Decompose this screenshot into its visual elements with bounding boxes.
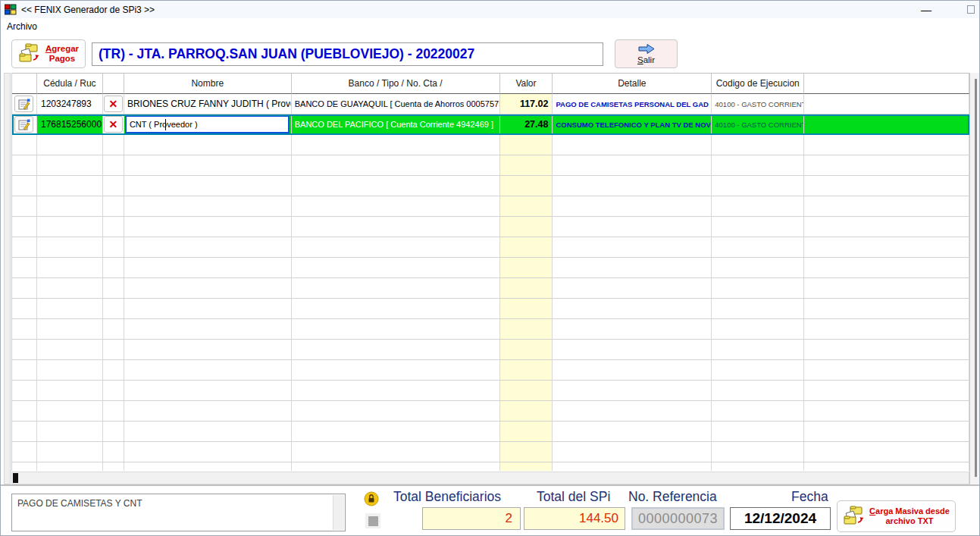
cell-valor[interactable]: 117.02 — [500, 94, 553, 114]
cell-codigo[interactable]: 40100 - GASTO CORRIENTE — [712, 94, 804, 114]
app-window: << FENIX Generador de SPi3 >> — Archivo — [0, 0, 980, 536]
table-row-empty — [12, 217, 969, 237]
carga-masiva-icon — [843, 506, 866, 527]
table-row-empty — [12, 462, 969, 471]
fecha-field[interactable]: 12/12/2024 — [730, 507, 831, 530]
title-bar: << FENIX Generador de SPi3 >> — — [1, 1, 979, 18]
grid-header-banco: Banco / Tipo / No. Cta / — [292, 74, 500, 94]
cell-banco[interactable]: BANCO DEL PACIFICO [ Cuenta Corriente 49… — [292, 114, 500, 135]
edit-row-button[interactable] — [14, 96, 33, 112]
cell-extra — [804, 114, 969, 135]
entity-title-field[interactable]: (TR) - JTA. PARROQ.SAN JUAN (PUEBLOVIEJO… — [92, 42, 603, 66]
edit-row-button[interactable] — [14, 116, 33, 133]
cell-detalle[interactable]: PAGO DE CAMISETAS PERSONAL DEL GAD — [556, 100, 708, 108]
restore-button[interactable] — [960, 1, 980, 18]
grid-header-valor: Valor — [500, 74, 553, 94]
no-referencia-field: 0000000073 — [631, 507, 725, 530]
grid-header-row: Cédula / Ruc Nombre Banco / Tipo / No. C… — [12, 74, 969, 94]
minimize-icon: — — [921, 4, 931, 16]
footer-panel: PAGO DE CAMISETAS Y CNT Total Beneficiar… — [1, 486, 979, 536]
grid-header-edit — [12, 74, 37, 94]
cell-codigo[interactable]: 40100 - GASTO CORRIENTE — [712, 114, 804, 135]
fecha-label: Fecha — [791, 489, 828, 505]
cell-valor[interactable]: 27.48 — [500, 114, 553, 135]
cell-extra — [804, 94, 969, 114]
restore-icon — [967, 5, 975, 14]
agregar-pagos-button[interactable]: Agregar Pagos — [11, 39, 86, 68]
table-row-empty — [12, 196, 969, 217]
table-row-empty — [12, 360, 969, 381]
window-title: << FENIX Generador de SPi3 >> — [21, 5, 155, 15]
table-row-empty — [12, 422, 969, 442]
table-row-empty — [12, 319, 969, 340]
grid-header-cedula: Cédula / Ruc — [37, 74, 103, 94]
table-row-empty — [12, 299, 969, 319]
delete-row-button[interactable]: ✕ — [104, 116, 123, 133]
table-row-empty — [12, 340, 969, 360]
table-row-empty — [12, 135, 969, 155]
description-text: PAGO DE CAMISETAS Y CNT — [17, 498, 142, 509]
grid-horizontal-scrollbar[interactable] — [11, 472, 969, 484]
cell-cedula[interactable]: 1203247893 — [37, 94, 103, 114]
cell-nombre[interactable]: BRIONES CRUZ FANNY JUDITH ( Proveedor ) — [124, 94, 292, 114]
delete-row-button[interactable]: ✕ — [104, 96, 123, 112]
description-scrollbar[interactable] — [333, 495, 344, 530]
table-row-empty — [12, 258, 969, 278]
agregar-pagos-icon — [18, 43, 41, 64]
table-row-empty — [12, 278, 969, 299]
grid-header-extra — [804, 74, 969, 94]
salir-label: Salir — [637, 55, 655, 64]
grid-header-codigo: Codigo de Ejecucion — [712, 74, 804, 94]
scrollbar-thumb[interactable] — [975, 79, 977, 477]
table-row-selected: 1768152560001 ✕ CNT ( Proveedor ) BANCO … — [12, 114, 969, 135]
carga-masiva-label: Carga Masiva desde archivo TXT — [869, 506, 950, 525]
table-row-empty — [12, 442, 969, 462]
edit-row-icon — [18, 119, 30, 130]
lock-button[interactable] — [364, 491, 379, 506]
table-row-empty — [12, 176, 969, 196]
salir-icon — [637, 43, 656, 55]
square-icon — [368, 516, 378, 526]
table-row-empty — [12, 401, 969, 422]
grid-header-detalle: Detalle — [553, 74, 712, 94]
total-beneficiarios-field: 2 — [422, 507, 521, 530]
no-referencia-label: No. Referencia — [628, 489, 717, 505]
toolbar: Agregar Pagos (TR) - JTA. PARROQ.SAN JUA… — [1, 34, 979, 73]
total-spi-field: 144.50 — [524, 507, 625, 530]
delete-row-icon: ✕ — [109, 119, 118, 130]
salir-button[interactable]: Salir — [615, 39, 678, 68]
table-row: 1203247893 ✕ BRIONES CRUZ FANNY JUDITH (… — [12, 94, 969, 114]
minimize-button[interactable]: — — [915, 1, 938, 18]
delete-row-icon: ✕ — [109, 99, 118, 109]
grid-header-delete — [103, 74, 124, 94]
table-row-empty — [12, 155, 969, 176]
edit-row-icon — [18, 99, 30, 110]
cell-detalle[interactable]: CONSUMO TELEFONICO Y PLAN TV DE NOVIEMBR… — [556, 121, 712, 129]
agregar-pagos-label: Agregar Pagos — [45, 44, 79, 64]
grid-filler-rows — [12, 135, 969, 471]
app-icon — [5, 4, 17, 16]
table-row-empty — [12, 237, 969, 258]
text-cursor — [165, 119, 166, 130]
cell-cedula[interactable]: 1768152560001 — [37, 114, 103, 135]
menu-bar: Archivo — [1, 18, 979, 34]
nombre-edit-input[interactable]: CNT ( Proveedor ) — [125, 115, 290, 133]
gray-square-button[interactable] — [365, 513, 380, 528]
grid-left-margin — [4, 73, 11, 484]
total-beneficiarios-label: Total Beneficiarios — [393, 489, 501, 505]
grid-header-nombre: Nombre — [124, 74, 292, 94]
table-row-empty — [12, 381, 969, 401]
lock-icon — [364, 491, 379, 506]
carga-masiva-button[interactable]: Carga Masiva desde archivo TXT — [837, 500, 956, 532]
grid-vertical-scrollbar[interactable] — [969, 73, 980, 484]
menu-archivo[interactable]: Archivo — [1, 20, 43, 33]
payments-grid: Cédula / Ruc Nombre Banco / Tipo / No. C… — [11, 73, 969, 471]
total-spi-label: Total del SPi — [537, 489, 610, 505]
cell-banco[interactable]: BANCO DE GUAYAQUIL [ Cuenta de Ahorros 0… — [292, 94, 500, 114]
description-textarea[interactable]: PAGO DE CAMISETAS Y CNT — [11, 494, 346, 531]
scrollbar-thumb[interactable] — [13, 473, 18, 483]
